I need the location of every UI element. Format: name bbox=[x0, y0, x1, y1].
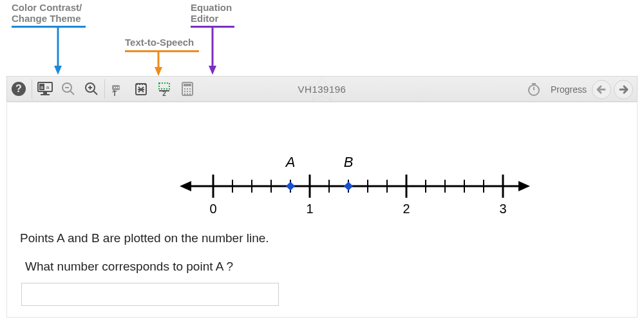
question-card: A B 0 1 2 3 Points A and B are plotted o… bbox=[6, 102, 638, 318]
calculator-button[interactable] bbox=[176, 77, 199, 100]
svg-marker-1 bbox=[54, 66, 62, 75]
help-icon[interactable]: ? bbox=[7, 77, 30, 100]
toolbar-right-group: Progress bbox=[522, 78, 633, 101]
svg-text:a: a bbox=[41, 84, 44, 90]
svg-point-23 bbox=[118, 87, 119, 88]
tick-3: 3 bbox=[499, 202, 506, 216]
scratchwork-button[interactable] bbox=[129, 77, 153, 100]
svg-point-22 bbox=[116, 87, 117, 88]
svg-rect-34 bbox=[184, 84, 191, 86]
progress-label[interactable]: Progress bbox=[548, 84, 589, 95]
point-b-label: B bbox=[344, 154, 354, 170]
tick-1: 1 bbox=[306, 202, 313, 216]
theme-arrow bbox=[52, 27, 64, 75]
toolbar-star-decor bbox=[299, 75, 345, 102]
tick-2: 2 bbox=[402, 202, 410, 216]
toolbar: ? a a bbox=[6, 76, 638, 102]
svg-text:T: T bbox=[113, 90, 117, 97]
svg-point-41 bbox=[184, 93, 185, 95]
svg-point-36 bbox=[187, 88, 188, 90]
question-line-1: Points A and B are plotted on the number… bbox=[20, 231, 269, 245]
svg-point-43 bbox=[189, 93, 191, 95]
equation-editor-button[interactable]: 2 bbox=[153, 77, 176, 100]
svg-marker-78 bbox=[344, 182, 353, 191]
theme-button[interactable]: a a bbox=[33, 77, 57, 100]
svg-rect-30 bbox=[159, 83, 169, 89]
svg-marker-5 bbox=[209, 66, 216, 75]
svg-text:2: 2 bbox=[162, 90, 166, 97]
question-line-2: What number corresponds to point A ? bbox=[25, 260, 233, 274]
tick-0: 0 bbox=[209, 202, 216, 216]
point-a-label: A bbox=[285, 154, 296, 170]
svg-point-37 bbox=[189, 88, 191, 90]
prev-button[interactable] bbox=[592, 80, 611, 99]
svg-marker-60 bbox=[518, 181, 530, 191]
svg-point-35 bbox=[184, 88, 185, 90]
svg-marker-59 bbox=[180, 181, 191, 191]
tts-button[interactable]: T bbox=[106, 77, 129, 100]
svg-rect-13 bbox=[41, 94, 50, 95]
theme-callout: Color Contrast/ Change Theme bbox=[12, 3, 82, 24]
number-line: A B 0 1 2 3 bbox=[175, 154, 535, 225]
svg-marker-77 bbox=[286, 182, 295, 191]
next-button[interactable] bbox=[614, 80, 633, 99]
zoom-in-button[interactable] bbox=[80, 77, 103, 100]
svg-marker-3 bbox=[155, 67, 162, 76]
svg-point-21 bbox=[114, 87, 115, 88]
svg-point-42 bbox=[187, 93, 188, 95]
svg-text:?: ? bbox=[15, 83, 22, 94]
svg-point-38 bbox=[184, 91, 185, 92]
svg-point-39 bbox=[187, 91, 188, 92]
equation-callout: Equation Editor bbox=[191, 3, 232, 24]
tts-arrow bbox=[152, 52, 165, 76]
svg-point-40 bbox=[189, 91, 191, 92]
svg-line-18 bbox=[93, 91, 97, 95]
tts-callout: Text-to-Speech bbox=[125, 37, 194, 48]
svg-rect-12 bbox=[43, 91, 47, 94]
svg-text:a: a bbox=[46, 84, 50, 90]
theme-underline bbox=[12, 26, 86, 28]
zoom-out-button[interactable] bbox=[57, 77, 80, 100]
equation-arrow bbox=[206, 27, 219, 75]
timer-icon[interactable] bbox=[522, 78, 545, 101]
answer-input[interactable] bbox=[21, 283, 279, 306]
svg-line-15 bbox=[70, 91, 74, 95]
